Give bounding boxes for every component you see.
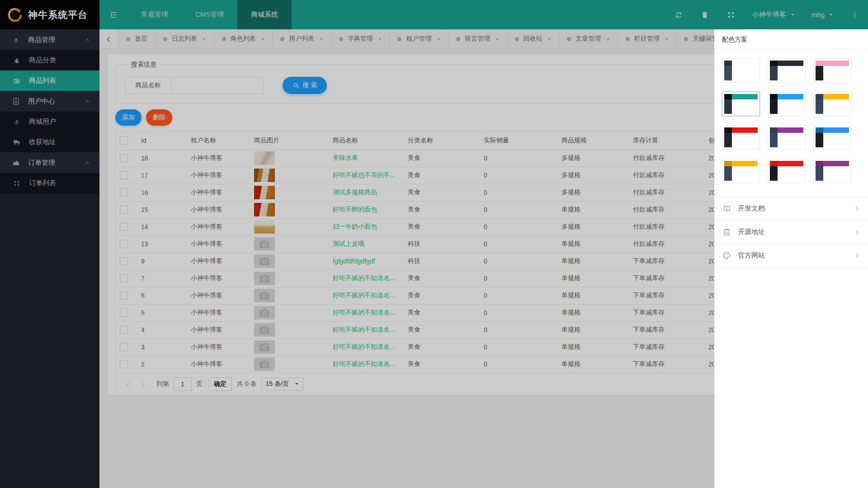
color-scheme-tile[interactable] xyxy=(722,58,760,83)
scheme-logo-swatch xyxy=(724,61,732,66)
color-scheme-tile[interactable] xyxy=(813,58,851,83)
scheme-sidebar-swatch xyxy=(816,99,823,114)
scheme-logo-swatch xyxy=(770,161,778,166)
scheme-logo-swatch xyxy=(816,127,823,133)
color-scheme-tile[interactable] xyxy=(768,125,806,150)
scheme-logo-swatch xyxy=(816,61,823,66)
scheme-sidebar-swatch xyxy=(770,99,778,114)
scheme-logo-swatch xyxy=(816,94,823,99)
scheme-logo-swatch xyxy=(816,161,823,166)
color-scheme-tile[interactable] xyxy=(813,125,851,150)
scheme-sidebar-swatch xyxy=(770,133,778,147)
scheme-header-swatch xyxy=(823,94,849,99)
scheme-logo-swatch xyxy=(770,127,778,133)
scheme-sidebar-swatch xyxy=(724,99,732,114)
palette-icon xyxy=(722,251,731,260)
theme-panel: 配色方案 xyxy=(714,29,868,488)
scheme-logo-swatch xyxy=(770,94,778,99)
scheme-header-swatch xyxy=(823,61,849,66)
color-scheme-tile[interactable] xyxy=(768,58,806,83)
scheme-sidebar-swatch xyxy=(724,133,732,147)
color-scheme-tile[interactable] xyxy=(768,92,806,116)
theme-panel-links: 开发文档 开源地址 官方网站 xyxy=(714,197,868,267)
book-icon xyxy=(722,204,731,213)
scheme-logo-swatch xyxy=(770,61,778,66)
scheme-sidebar-swatch xyxy=(770,166,778,181)
scheme-header-swatch xyxy=(732,161,758,166)
chevron-right-icon xyxy=(854,253,860,259)
scheme-header-swatch xyxy=(732,61,758,66)
scheme-logo-swatch xyxy=(724,161,732,166)
scheme-sidebar-swatch xyxy=(816,66,823,80)
scheme-sidebar-swatch xyxy=(816,133,823,147)
scheme-logo-swatch xyxy=(724,94,732,99)
scheme-header-swatch xyxy=(778,61,803,66)
color-scheme-tile[interactable] xyxy=(722,92,760,116)
color-scheme-tile[interactable] xyxy=(813,92,851,116)
color-scheme-grid xyxy=(714,49,868,197)
scheme-header-swatch xyxy=(823,127,849,133)
color-scheme-tile[interactable] xyxy=(813,159,851,183)
panel-link[interactable]: 开源地址 xyxy=(714,221,868,244)
scheme-header-swatch xyxy=(778,161,803,166)
panel-link[interactable]: 官方网站 xyxy=(714,244,868,267)
color-scheme-tile[interactable] xyxy=(722,159,760,183)
scheme-sidebar-swatch xyxy=(770,66,778,80)
scheme-logo-swatch xyxy=(724,127,732,133)
scheme-header-swatch xyxy=(823,161,849,166)
clipboard-icon xyxy=(722,228,731,236)
color-scheme-tile[interactable] xyxy=(722,125,760,150)
scheme-header-swatch xyxy=(778,127,803,133)
panel-link[interactable]: 开发文档 xyxy=(714,197,868,221)
chevron-right-icon xyxy=(854,229,860,235)
scheme-header-swatch xyxy=(778,94,803,99)
chevron-right-icon xyxy=(854,206,860,212)
scheme-sidebar-swatch xyxy=(724,66,732,80)
scheme-header-swatch xyxy=(732,127,758,133)
scheme-sidebar-swatch xyxy=(816,166,823,181)
theme-panel-title: 配色方案 xyxy=(714,29,868,49)
scheme-sidebar-swatch xyxy=(724,166,732,181)
color-scheme-tile[interactable] xyxy=(768,159,806,183)
scheme-header-swatch xyxy=(732,94,758,99)
